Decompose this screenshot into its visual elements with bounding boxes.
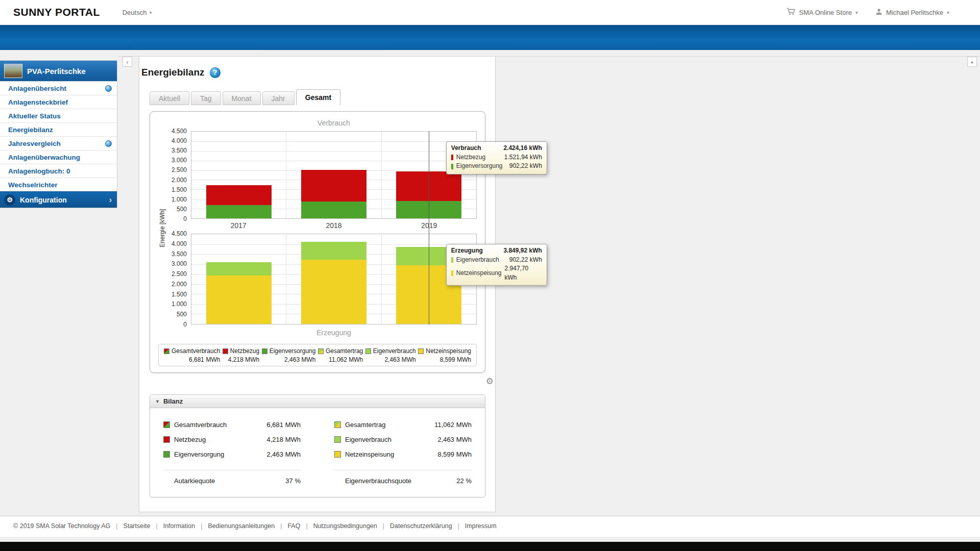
- color-chip: [163, 436, 170, 443]
- bar-segment-netzeinspeisung[interactable]: [206, 276, 272, 324]
- y-tick-label: 1.500: [172, 291, 187, 298]
- eigenverbrauchsquote-row: Eigenverbrauchsquote 22 %: [334, 470, 472, 485]
- y-tick-label: 4.500: [172, 230, 187, 237]
- collapse-triangle-icon: ▼: [155, 399, 160, 404]
- stacked-bar-2018[interactable]: [301, 132, 366, 218]
- tooltip-erzeugung: Erzeugung 3.849,92 kWh Eigenverbrauch 90…: [446, 244, 547, 286]
- language-selector[interactable]: Deutsch ▾: [122, 9, 152, 16]
- y-tick-label: 1.000: [172, 300, 187, 308]
- y-tick-label: 500: [177, 311, 187, 318]
- chart-panel: Verbrauch 4.5004.0003.5003.0002.5002.000…: [150, 111, 485, 373]
- autarkiequote-row: Autarkiequote 37 %: [163, 470, 301, 485]
- bar-segment-netzeinspeisung[interactable]: [301, 260, 366, 324]
- gear-icon: ⚙: [4, 194, 15, 206]
- chart-legend: Gesamtverbrauch 6,681 MWh Netzbezug 4,21…: [158, 344, 477, 366]
- y-tick-label: 0: [183, 215, 187, 222]
- help-icon[interactable]: ?: [210, 67, 220, 78]
- color-chip: [451, 155, 453, 160]
- plant-header[interactable]: PVA-Perlitschke: [0, 61, 117, 81]
- footer-link-faq[interactable]: FAQ: [275, 522, 300, 530]
- footer-link-startseite[interactable]: Startseite: [110, 522, 150, 530]
- sma-online-store-link[interactable]: SMA Online Store ▾: [787, 8, 858, 17]
- tab-aktuell[interactable]: Aktuell: [150, 91, 189, 105]
- footer-link-nutzungsbedingungen[interactable]: Nutzungsbedingungen: [300, 522, 377, 530]
- tooltip-title: Erzeugung: [451, 247, 483, 254]
- tab-gesamt[interactable]: Gesamt: [296, 89, 340, 105]
- bar-segment-netzbezug[interactable]: [206, 185, 272, 206]
- bar-segment-eigenverbrauch[interactable]: [206, 262, 272, 276]
- footer: © 2019 SMA Solar Technology AGStartseite…: [0, 516, 980, 537]
- plant-name: PVA-Perlitschke: [27, 67, 86, 76]
- bar-segment-eigenversorgung[interactable]: [301, 202, 366, 218]
- y-tick-label: 2.000: [172, 177, 187, 184]
- bar-segment-eigenverbrauch[interactable]: [301, 242, 366, 260]
- main-panel: Energiebilanz ? Aktuell Tag Monat Jahr G…: [139, 56, 496, 512]
- footer-link-datenschutzerklaerung[interactable]: Datenschutzerklärung: [377, 522, 452, 530]
- sidebar: PVA-Perlitschke Anlagenübersicht Anlagen…: [0, 50, 117, 516]
- category-cell: [191, 234, 286, 324]
- color-chip: [163, 421, 170, 428]
- stacked-bar-2018[interactable]: [301, 234, 366, 324]
- color-chip: [318, 348, 324, 354]
- footer-link-impressum[interactable]: Impressum: [452, 522, 497, 530]
- x-tick-label: 2017: [191, 219, 286, 234]
- legend-item: Eigenversorgung 2,463 MWh: [262, 347, 316, 363]
- tooltip-total: 2.424,16 kWh: [503, 144, 542, 152]
- color-chip: [418, 348, 424, 354]
- color-chip: [223, 348, 228, 354]
- y-tick-label: 500: [177, 206, 187, 213]
- sidebar-item-anlagenlogbuch[interactable]: Anlagenlogbuch: 0: [0, 164, 117, 178]
- y-tick-label: 1.500: [172, 186, 187, 193]
- sidebar-item-aktueller-status[interactable]: Aktueller Status: [0, 109, 117, 122]
- y-tick-label: 4.500: [172, 128, 187, 135]
- top-bar: SUNNY PORTAL Deutsch ▾ SMA Online Store …: [0, 0, 980, 25]
- y-tick-label: 0: [183, 321, 187, 328]
- tooltip-verbrauch: Verbrauch 2.424,16 kWh Netzbezug 1.521,9…: [446, 141, 547, 174]
- color-chip: [451, 270, 453, 276]
- color-chip: [451, 257, 453, 263]
- bar-segment-netzbezug[interactable]: [301, 170, 366, 202]
- sidebar-item-wechselrichter[interactable]: Wechselrichter: [0, 178, 117, 191]
- stacked-bar-2017[interactable]: [206, 132, 272, 218]
- chevron-down-icon: ▾: [149, 10, 152, 15]
- scroll-up-button[interactable]: ▲: [967, 57, 977, 67]
- y-tick-label: 3.000: [172, 157, 187, 164]
- plant-photo: [4, 64, 22, 78]
- cart-icon: [787, 8, 796, 17]
- sidebar-item-anlagensteckbrief[interactable]: Anlagensteckbrief: [0, 95, 117, 109]
- tab-tag[interactable]: Tag: [191, 91, 221, 105]
- footer-link-bedienungsanleitungen[interactable]: Bedienungsanleitungen: [195, 522, 275, 530]
- y-tick-label: 3.000: [172, 260, 187, 267]
- bilanz-left-column: Gesamtverbrauch 6,681 MWh Netzbezug 4,21…: [163, 417, 301, 485]
- blue-banner: [0, 25, 980, 50]
- chevron-down-icon: ▾: [947, 10, 949, 15]
- globe-icon: [105, 140, 112, 147]
- user-menu[interactable]: Michael Perlitschke ▾: [875, 8, 949, 17]
- color-chip: [164, 348, 169, 354]
- sunny-portal-logo: SUNNY PORTAL: [13, 6, 100, 18]
- y-axis-ticks: 4.5004.0003.5003.0002.5002.0001.5001.000…: [158, 131, 191, 219]
- tab-jahr[interactable]: Jahr: [262, 91, 295, 105]
- cursor-line: [429, 131, 429, 324]
- footer-link-information[interactable]: Information: [150, 522, 195, 530]
- y-axis-label: Energie [kWh]: [159, 209, 166, 247]
- legend-item: Netzeinspeisung 8,599 MWh: [418, 347, 471, 363]
- sidebar-collapse-button[interactable]: ‹: [122, 57, 132, 67]
- chart-settings-gear-icon[interactable]: ⚙: [486, 377, 494, 386]
- sidebar-item-konfiguration[interactable]: ⚙ Konfiguration ›: [0, 191, 117, 208]
- color-chip: [365, 348, 371, 354]
- tooltip-total: 3.849,92 kWh: [503, 247, 542, 254]
- sidebar-item-anlagenueberwachung[interactable]: Anlagenüberwachung: [0, 150, 117, 164]
- y-axis-ticks: 4.5004.0003.5003.0002.5002.0001.5001.000…: [158, 234, 191, 324]
- bar-segment-eigenversorgung[interactable]: [206, 205, 272, 218]
- tab-monat[interactable]: Monat: [223, 91, 261, 105]
- sidebar-item-jahresvergleich[interactable]: Jahresvergleich: [0, 136, 117, 150]
- y-tick-label: 4.000: [172, 240, 187, 247]
- sidebar-item-energiebilanz[interactable]: Energiebilanz: [0, 122, 117, 136]
- y-tick-label: 1.000: [172, 196, 187, 203]
- sidebar-item-anlagenuebersicht[interactable]: Anlagenübersicht: [0, 81, 117, 95]
- stacked-bar-2017[interactable]: [206, 234, 272, 324]
- store-label: SMA Online Store: [799, 9, 852, 16]
- bilanz-header[interactable]: ▼ Bilanz: [150, 395, 485, 408]
- legend-item: Eigenverbrauch 2,463 MWh: [365, 347, 416, 363]
